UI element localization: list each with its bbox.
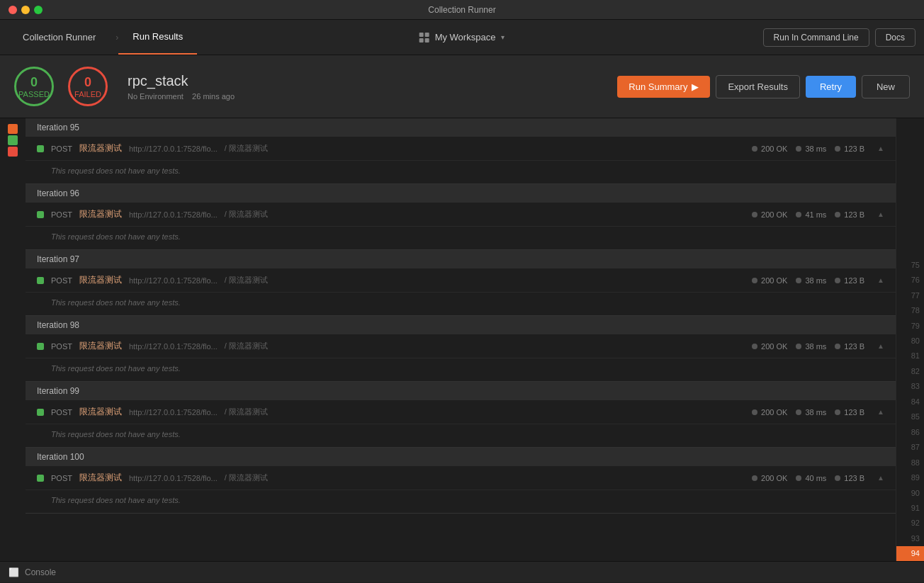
request-path: / 限流器测试 (225, 407, 268, 417)
line-number: 77 (896, 288, 924, 302)
run-info: rpc_stack No Environment 26 mins ago (128, 73, 235, 101)
no-tests-message: This request does not have any tests. (26, 358, 896, 381)
request-url: http://127.0.0.1:7528/flo... (129, 145, 218, 153)
iterations-panel[interactable]: Iteration 95 POST 限流器测试 http://127.0.0.1… (26, 118, 896, 561)
iteration-group: Iteration 96 POST 限流器测试 http://127.0.0.1… (26, 184, 896, 250)
time-dot (796, 475, 801, 481)
iteration-group: Iteration 100 POST 限流器测试 http://127.0.0.… (26, 448, 896, 514)
line-number: 85 (896, 409, 924, 424)
size-metric: 123 B (835, 408, 864, 417)
iteration-group: Iteration 97 POST 限流器测试 http://127.0.0.1… (26, 250, 896, 316)
request-row[interactable]: POST 限流器测试 http://127.0.0.1:7528/flo... … (26, 268, 896, 293)
time-text: 40 ms (805, 474, 826, 482)
left-sidebar (0, 118, 26, 561)
status-text: 200 OK (761, 342, 787, 351)
request-row[interactable]: POST 限流器测试 http://127.0.0.1:7528/flo... … (26, 203, 896, 227)
line-number: 75 (896, 257, 924, 272)
method-tag: POST (51, 408, 72, 417)
sidebar-marker-orange (8, 124, 18, 134)
size-dot (835, 409, 840, 415)
request-row[interactable]: POST 限流器测试 http://127.0.0.1:7528/flo... … (26, 400, 896, 424)
expand-arrow-icon: ▲ (877, 474, 884, 482)
status-indicator (37, 475, 44, 482)
time-metric: 40 ms (796, 474, 826, 482)
tab-run-results[interactable]: Run Results (118, 20, 197, 55)
expand-arrow-icon: ▲ (877, 342, 884, 350)
iteration-group: Iteration 95 POST 限流器测试 http://127.0.0.1… (26, 118, 896, 184)
request-metrics: 200 OK 38 ms 123 B ▲ (752, 145, 884, 153)
run-name: rpc_stack (128, 73, 235, 89)
status-text: 200 OK (761, 210, 787, 219)
time-metric: 38 ms (796, 342, 826, 351)
passed-badge: 0 PASSED (14, 67, 54, 106)
nav-bar: Collection Runner › Run Results My Works… (0, 20, 924, 55)
time-dot (796, 146, 801, 152)
iteration-header: Iteration 96 (26, 184, 896, 203)
request-url: http://127.0.0.1:7528/flo... (129, 474, 218, 482)
request-name: 限流器测试 (79, 472, 122, 484)
line-number: 76 (896, 272, 924, 287)
request-metrics: 200 OK 40 ms 123 B ▲ (752, 474, 884, 482)
status-metric: 200 OK (752, 342, 787, 351)
iteration-header: Iteration 100 (26, 448, 896, 466)
size-metric: 123 B (835, 145, 864, 153)
method-tag: POST (51, 145, 72, 153)
line-number: 78 (896, 302, 924, 317)
status-text: 200 OK (761, 408, 787, 417)
size-text: 123 B (844, 210, 864, 219)
size-dot (835, 278, 840, 283)
retry-button[interactable]: Retry (806, 76, 856, 98)
size-dot (835, 212, 840, 217)
request-url: http://127.0.0.1:7528/flo... (129, 210, 218, 219)
window-title: Collection Runner (428, 5, 495, 15)
request-url: http://127.0.0.1:7528/flo... (129, 342, 218, 351)
status-metric: 200 OK (752, 210, 787, 219)
title-bar: Collection Runner (0, 0, 924, 20)
run-command-line-button[interactable]: Run In Command Line (763, 28, 869, 47)
status-indicator (37, 211, 44, 218)
export-results-button[interactable]: Export Results (716, 75, 800, 98)
size-metric: 123 B (835, 210, 864, 219)
status-dot (752, 212, 757, 217)
no-tests-message: This request does not have any tests. (26, 490, 896, 513)
maximize-button[interactable] (34, 6, 43, 14)
status-text: 200 OK (761, 145, 787, 153)
iteration-header: Iteration 95 (26, 118, 896, 137)
line-number: 79 (896, 318, 924, 333)
method-tag: POST (51, 474, 72, 482)
minimize-button[interactable] (21, 6, 30, 14)
line-number: 89 (896, 470, 924, 485)
size-text: 123 B (844, 408, 864, 417)
status-metric: 200 OK (752, 276, 787, 285)
request-metrics: 200 OK 38 ms 123 B ▲ (752, 276, 884, 285)
docs-button[interactable]: Docs (875, 28, 915, 47)
request-metrics: 200 OK 41 ms 123 B ▲ (752, 210, 884, 219)
close-button[interactable] (9, 6, 17, 14)
new-button[interactable]: New (862, 75, 910, 98)
request-row[interactable]: POST 限流器测试 http://127.0.0.1:7528/flo... … (26, 334, 896, 358)
status-dot (752, 344, 757, 349)
request-name: 限流器测试 (79, 406, 122, 418)
time-dot (796, 409, 801, 415)
size-dot (835, 475, 840, 481)
expand-arrow-icon: ▲ (877, 145, 884, 152)
method-tag: POST (51, 210, 72, 219)
expand-arrow-icon: ▲ (877, 408, 884, 416)
status-dot (752, 278, 757, 283)
line-number: 82 (896, 363, 924, 378)
tab-collection-runner[interactable]: Collection Runner (9, 20, 110, 55)
time-metric: 38 ms (796, 145, 826, 153)
iteration-group: Iteration 98 POST 限流器测试 http://127.0.0.1… (26, 316, 896, 382)
run-summary-button[interactable]: Run Summary ▶ (617, 76, 710, 98)
status-indicator (37, 343, 44, 350)
sidebar-marker-green (8, 135, 18, 145)
workspace-selector[interactable]: My Workspace ▾ (419, 32, 505, 43)
size-metric: 123 B (835, 276, 864, 285)
request-metrics: 200 OK 38 ms 123 B ▲ (752, 342, 884, 351)
request-name: 限流器测试 (79, 142, 122, 154)
request-row[interactable]: POST 限流器测试 http://127.0.0.1:7528/flo... … (26, 466, 896, 490)
run-meta: No Environment 26 mins ago (128, 92, 235, 101)
nav-actions: Run In Command Line Docs (763, 28, 915, 47)
request-row[interactable]: POST 限流器测试 http://127.0.0.1:7528/flo... … (26, 137, 896, 161)
sidebar-marker-red (8, 147, 18, 157)
